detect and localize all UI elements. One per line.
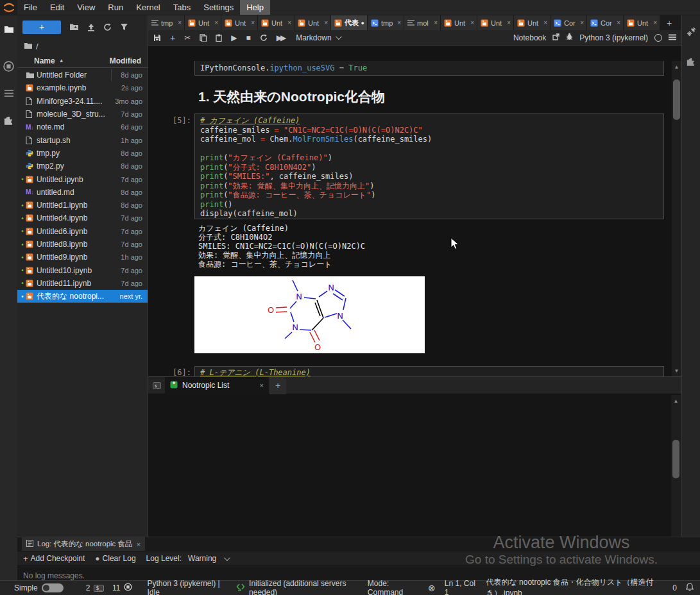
dock-tab-Unt[interactable]: Unt× [295,15,330,30]
dock-tab-Cor[interactable]: Cor× [551,15,586,30]
menu-view[interactable]: View [71,0,101,15]
mode-indicator[interactable]: Mode: Command [368,579,419,595]
add-cell-button[interactable]: + [170,33,175,43]
dock-tab-mol[interactable]: mol× [404,15,440,30]
refresh-button[interactable] [103,23,112,31]
close-icon[interactable]: × [653,19,657,26]
file-row[interactable]: •代表的な nootropi...next yr. [17,290,148,303]
cursor-position[interactable]: Ln 1, Col 1 [445,579,477,595]
dock-tab-Unt[interactable]: Unt× [514,15,550,30]
file-row[interactable]: Miniforge3-24.11....3mo ago [17,95,148,108]
dock-tab-tmp[interactable]: tmp× [148,15,184,30]
code-cell-6[interactable]: # L-テアニン (L-Theanine) [194,366,664,376]
menu-run[interactable]: Run [101,0,130,15]
new-folder-button[interactable]: + [69,23,79,31]
log-level-control[interactable]: Log Level: Warning [146,554,229,563]
app-logo-icon[interactable] [0,0,17,15]
filter-button[interactable] [120,23,128,31]
dirty-indicator[interactable]: ● [361,20,364,26]
menu-kernel[interactable]: Kernel [130,0,167,15]
scrollbar-thumb[interactable] [672,440,679,478]
notebook-scrollbar[interactable]: ▲ ▼ [672,61,681,376]
file-row[interactable]: tmp2.py8d ago [17,160,148,172]
notification-count[interactable]: 0 [672,583,677,592]
dock-tab-Unt[interactable]: Unt× [258,15,294,30]
markdown-heading[interactable]: 1. 天然由来のNootropic化合物 [198,88,385,106]
debugger-bug-icon[interactable] [566,33,573,42]
close-icon[interactable]: × [434,19,438,26]
toolbar-menu-icon[interactable] [669,33,676,42]
file-row[interactable]: M↓note.md6d ago [17,121,148,133]
close-icon[interactable]: × [397,19,401,26]
close-icon[interactable]: × [251,19,255,26]
close-icon[interactable]: × [507,19,511,26]
running-kernels-icon[interactable] [0,55,17,77]
toggle-switch[interactable] [42,583,64,592]
simple-mode-toggle[interactable]: Simple [14,583,64,592]
new-terminal-button[interactable]: + [269,377,286,394]
file-row[interactable]: •Untitled1.ipynb8d ago [17,199,148,212]
clear-log-button[interactable]: ● Clear Log [95,554,135,563]
menu-settings[interactable]: Settings [197,0,240,15]
extensions-icon[interactable] [0,110,17,132]
scrollbar-thumb[interactable] [673,80,680,120]
name-column-header[interactable]: Name [34,56,55,65]
bell-icon[interactable] [686,583,694,593]
file-row[interactable]: •Untitled11.ipynb7d ago [17,277,148,290]
dock-tab-代表[interactable]: 代表● [331,15,367,30]
breadcrumb[interactable]: / [17,38,148,54]
new-tab-button[interactable]: + [660,15,678,30]
cell-type-dropdown[interactable]: Markdown [296,33,339,42]
file-row[interactable]: •Untitled4.ipynb7d ago [17,212,148,224]
kernel-status-indicator[interactable]: Python 3 (ipykernel) | Idle [147,579,225,595]
scroll-down-arrow[interactable]: ▼ [672,366,681,375]
close-icon[interactable]: × [287,19,291,26]
file-row[interactable]: •Untitled.ipynb7d ago [17,172,148,185]
modified-column-header[interactable]: Modified [110,56,141,65]
file-row[interactable]: molecule_3D_stru...7d ago [17,108,148,121]
dock-tab-Unt[interactable]: Unt× [221,15,257,30]
code-cell-partial[interactable]: IPythonConsole.ipython_useSVG = True [194,61,664,76]
file-row[interactable]: startup.sh1h ago [17,133,148,146]
menu-tabs[interactable]: Tabs [167,0,197,15]
accessibility-icon[interactable]: ⊗ [428,583,436,593]
file-row[interactable]: example.ipynb2s ago [17,81,148,94]
server-init-status[interactable]: Initialized (additional servers needed) [236,579,362,595]
menu-file[interactable]: File [17,0,44,15]
dock-tab-Unt[interactable]: Unt× [441,15,477,30]
terminal-tab[interactable]: * Nootropic List × [165,377,269,394]
dock-tab-Unt[interactable]: Unt× [477,15,513,30]
dock-tab-Unt[interactable]: Unt× [624,15,660,30]
scroll-up-arrow[interactable]: ▲ [672,62,681,71]
new-launcher-button[interactable]: + [22,21,61,34]
close-icon[interactable]: × [324,19,328,26]
file-row[interactable]: M↓untitled.md8d ago [17,186,148,199]
run-cell-button[interactable]: ▶ [231,33,237,42]
add-checkpoint-button[interactable]: + Add Checkpoint [23,554,85,564]
menu-edit[interactable]: Edit [44,0,71,15]
table-of-contents-icon[interactable] [0,82,17,104]
restart-run-all-button[interactable]: ▶▶ [277,33,284,42]
file-row[interactable]: •Untitled6.ipynb7d ago [17,225,148,238]
scroll-up-arrow[interactable]: ▲ [671,396,681,405]
kernel-count[interactable]: 11 [112,583,132,593]
notebook-content[interactable]: IPythonConsole.ipython_useSVG = True 1. … [148,61,681,376]
dock-tab-tmp[interactable]: tmp× [368,15,404,30]
close-icon[interactable]: × [214,19,218,26]
dock-tab-Cor[interactable]: Cor× [587,15,623,30]
interrupt-kernel-button[interactable]: ■ [246,33,250,42]
active-filename[interactable]: 代表的な nootropic 食品・化合物リスト（構造付き）.ipynb [486,577,663,595]
close-icon[interactable]: × [617,19,620,26]
terminal-scrollbar[interactable]: ▲ ▼ [671,395,681,553]
close-icon[interactable]: × [178,19,182,26]
upload-button[interactable] [87,23,95,31]
code-cell-5[interactable]: # カフェイン (Caffeine)caffeine_smiles = "CN1… [194,113,664,219]
restart-kernel-button[interactable] [260,34,268,42]
cut-cells-button[interactable]: ✂ [184,33,191,42]
external-link-icon[interactable] [552,33,559,42]
menu-help[interactable]: Help [240,0,270,15]
close-icon[interactable]: × [580,19,584,26]
file-row[interactable]: •Untitled8.ipynb7d ago [17,238,148,251]
file-row[interactable]: tmp.py8d ago [17,147,148,160]
property-inspector-icon[interactable] [682,21,700,42]
